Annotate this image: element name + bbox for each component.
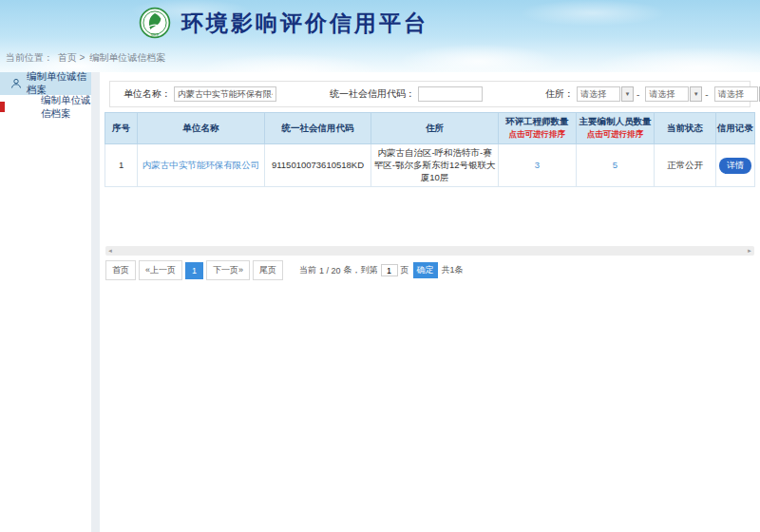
address-city-select[interactable]: 请选择 ▼ xyxy=(645,86,702,102)
address-province-select[interactable]: 请选择 ▼ xyxy=(577,86,634,102)
sidebar-item-archive[interactable]: 编制单位诚信档案 xyxy=(0,95,91,119)
user-icon xyxy=(10,78,22,89)
col-header-staff-count-sort[interactable]: 主要编制人员数量 点击可进行排序 xyxy=(576,113,654,144)
breadcrumb-home-link[interactable]: 首页 xyxy=(58,52,77,63)
pagination-count: 1 / 20 xyxy=(319,266,341,276)
scroll-left-icon[interactable]: ◄ xyxy=(107,248,113,254)
sort-hint: 点击可进行排序 xyxy=(500,129,575,141)
col-header-credit-record: 信用记录 xyxy=(715,113,754,144)
chevron-down-icon[interactable]: ▼ xyxy=(621,86,634,102)
cell-credit-code: 9115010073610518KD xyxy=(264,144,371,187)
cell-address: 内蒙古自治区-呼和浩特市-赛罕区-鄂尔多斯东街12号银联大厦10层 xyxy=(371,144,498,187)
breadcrumb-prefix: 当前位置： xyxy=(6,52,53,63)
brand: MEE 环境影响评价信用平台 xyxy=(139,7,428,39)
search-panel: 单位名称： 统一社会信用代码： 住所： 请选择 ▼ - 请选择 ▼ - 请选择 … xyxy=(109,81,750,107)
address-province-value[interactable]: 请选择 xyxy=(577,86,620,102)
breadcrumb-separator: > xyxy=(80,52,86,63)
active-item-marker xyxy=(0,102,5,112)
pagination-page-label: 页 xyxy=(401,264,409,276)
svg-text:MEE: MEE xyxy=(151,32,160,37)
unit-name-link[interactable]: 内蒙古中实节能环保有限公司 xyxy=(142,160,260,170)
site-title: 环境影响评价信用平台 xyxy=(181,9,428,38)
pagination-total: 共1条 xyxy=(442,264,464,276)
prev-page-button[interactable]: «上一页 xyxy=(139,260,182,280)
last-page-button[interactable]: 尾页 xyxy=(253,260,283,280)
sidebar: 编制单位诚信档案 编制单位诚信档案 xyxy=(0,72,91,532)
engineer-count-link[interactable]: 3 xyxy=(535,160,540,170)
page-1-button[interactable]: 1 xyxy=(185,262,203,279)
unit-name-input[interactable] xyxy=(174,86,276,102)
page: MEE 环境影响评价信用平台 当前位置： 首页 > 编制单位诚信档案 编制单位诚… xyxy=(0,0,760,532)
first-page-button[interactable]: 首页 xyxy=(105,260,136,280)
site-header: MEE 环境影响评价信用平台 当前位置： 首页 > 编制单位诚信档案 xyxy=(0,0,760,72)
pagination-to-label: 条，到第 xyxy=(344,264,378,276)
credit-code-label: 统一社会信用代码： xyxy=(330,87,415,101)
sidebar-item-label: 编制单位诚信档案 xyxy=(41,94,91,121)
sort-hint: 点击可进行排序 xyxy=(578,129,653,141)
cell-status: 正常公开 xyxy=(654,144,715,187)
scroll-right-icon[interactable]: ► xyxy=(747,248,752,254)
col-header-address: 住所 xyxy=(371,113,498,144)
address-district-select[interactable]: 请选择 ▼ xyxy=(714,86,760,102)
mee-logo-icon: MEE xyxy=(139,7,171,39)
col-header-status: 当前状态 xyxy=(654,113,715,144)
address-label: 住所： xyxy=(545,87,574,101)
cell-index: 1 xyxy=(105,144,138,187)
col-header-index: 序号 xyxy=(105,113,138,144)
address-separator: - xyxy=(636,89,639,100)
col-header-unit-name: 单位名称 xyxy=(138,113,264,144)
goto-confirm-button[interactable]: 确定 xyxy=(413,262,438,278)
staff-count-link[interactable]: 5 xyxy=(613,160,618,170)
address-district-value[interactable]: 请选择 xyxy=(714,86,758,102)
detail-button[interactable]: 详情 xyxy=(719,158,751,174)
table-header-row: 序号 单位名称 统一社会信用代码 住所 环评工程师数量 点击可进行排序 主要编制… xyxy=(105,113,755,144)
credit-code-input[interactable] xyxy=(418,86,483,102)
address-separator: - xyxy=(705,89,708,100)
breadcrumb-current: 编制单位诚信档案 xyxy=(89,52,165,63)
col-header-engineer-count-sort[interactable]: 环评工程师数量 点击可进行排序 xyxy=(498,113,576,144)
results-table: 序号 单位名称 统一社会信用代码 住所 环评工程师数量 点击可进行排序 主要编制… xyxy=(104,112,755,187)
goto-page-input[interactable] xyxy=(381,264,398,276)
next-page-button[interactable]: 下一页» xyxy=(206,260,250,280)
pagination: 首页 «上一页 1 下一页» 尾页 当前 1 / 20 条，到第 页 确定 共1… xyxy=(105,260,754,280)
chevron-down-icon[interactable]: ▼ xyxy=(690,86,702,102)
breadcrumb: 当前位置： 首页 > 编制单位诚信档案 xyxy=(6,51,167,65)
main-content: 单位名称： 统一社会信用代码： 住所： 请选择 ▼ - 请选择 ▼ - 请选择 … xyxy=(100,72,760,532)
horizontal-scrollbar[interactable]: ◄ ► xyxy=(105,246,754,256)
table-row: 1 内蒙古中实节能环保有限公司 9115010073610518KD 内蒙古自治… xyxy=(105,144,755,187)
sidebar-divider xyxy=(91,72,100,532)
address-city-value[interactable]: 请选择 xyxy=(645,86,689,102)
col-header-credit-code: 统一社会信用代码 xyxy=(264,113,371,144)
sidebar-section-header[interactable]: 编制单位诚信档案 xyxy=(0,72,91,95)
unit-name-label: 单位名称： xyxy=(124,87,171,101)
pagination-current-label: 当前 xyxy=(299,264,316,276)
